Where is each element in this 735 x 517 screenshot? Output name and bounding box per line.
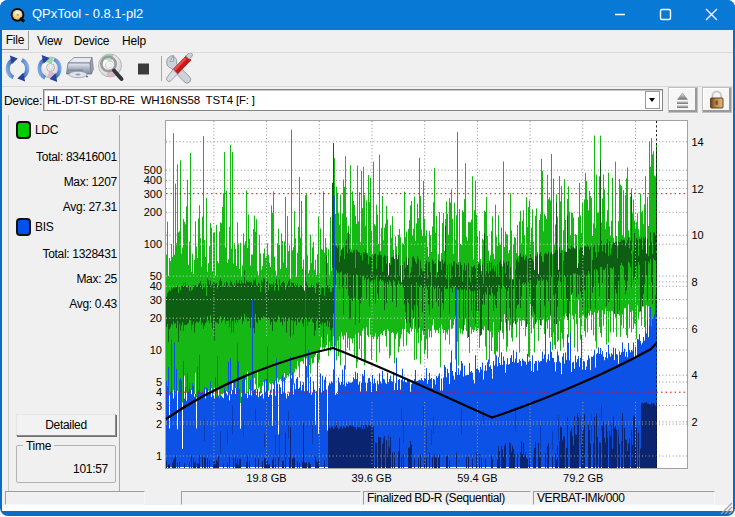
svg-text:10: 10 — [692, 229, 704, 241]
svg-text:19.8 GB: 19.8 GB — [246, 472, 286, 484]
svg-text:14: 14 — [692, 136, 704, 148]
svg-text:59.4 GB: 59.4 GB — [457, 472, 497, 484]
svg-text:10: 10 — [150, 344, 162, 356]
svg-text:2: 2 — [156, 418, 162, 430]
svg-text:12: 12 — [692, 183, 704, 195]
svg-text:100: 100 — [144, 238, 162, 250]
svg-text:2: 2 — [692, 416, 698, 428]
svg-text:40: 40 — [150, 280, 162, 292]
svg-text:4: 4 — [156, 386, 162, 398]
svg-text:8: 8 — [692, 276, 698, 288]
svg-text:30: 30 — [150, 294, 162, 306]
svg-text:1: 1 — [156, 450, 162, 462]
svg-text:3: 3 — [156, 400, 162, 412]
svg-text:79.2 GB: 79.2 GB — [563, 472, 603, 484]
svg-text:300: 300 — [144, 188, 162, 200]
svg-text:200: 200 — [144, 206, 162, 218]
svg-text:20: 20 — [150, 312, 162, 324]
svg-text:6: 6 — [692, 323, 698, 335]
svg-text:4: 4 — [692, 369, 698, 381]
svg-text:400: 400 — [144, 174, 162, 186]
svg-text:39.6 GB: 39.6 GB — [351, 472, 391, 484]
